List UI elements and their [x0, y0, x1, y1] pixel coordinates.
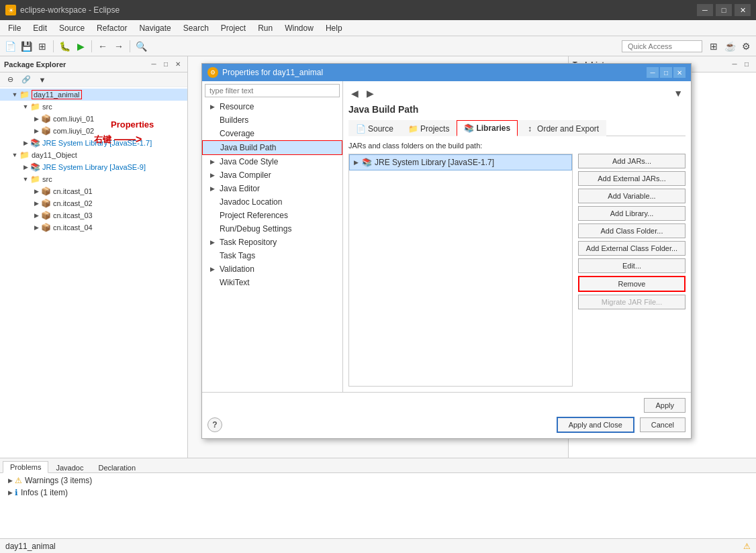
tree-item-jre1[interactable]: ▶ 📚 JRE System Library [JavaSE-1.7] — [0, 137, 187, 149]
back-button[interactable]: ← — [95, 39, 110, 54]
collapse-all[interactable]: ⊖ — [3, 72, 17, 87]
warnings-row[interactable]: ▶ ⚠ Warnings (3 items) — [3, 474, 753, 487]
dtree-builders[interactable]: Builders — [202, 113, 342, 127]
dtree-java-compiler[interactable]: ▶ Java Compiler — [202, 168, 342, 182]
dialog-maximize[interactable]: □ — [660, 67, 672, 78]
perspective-button[interactable]: ⊞ — [706, 39, 721, 54]
tab-projects[interactable]: 📁 Projects — [401, 120, 457, 136]
apply-button[interactable]: Apply — [644, 398, 686, 413]
link-editor[interactable]: 🔗 — [19, 72, 34, 87]
menu-refactor[interactable]: Refactor — [91, 22, 132, 34]
dtree-wikitext[interactable]: WikiText — [202, 276, 342, 289]
menu-edit[interactable]: Edit — [28, 22, 52, 34]
btab-declaration[interactable]: Declaration — [91, 462, 143, 473]
tab-source[interactable]: 📄 Source — [348, 120, 401, 136]
menu-source[interactable]: Source — [54, 22, 90, 34]
expand-arrow[interactable]: ▼ — [21, 176, 30, 183]
edit-button[interactable]: Edit... — [578, 258, 686, 273]
dtree-java-editor[interactable]: ▶ Java Editor — [202, 182, 342, 195]
dialog-minimize[interactable]: ─ — [647, 67, 659, 78]
panel-close[interactable]: ✕ — [173, 59, 183, 70]
expand-arrow[interactable]: ▼ — [21, 103, 30, 110]
dtree-task-repo[interactable]: ▶ Task Repository — [202, 236, 342, 249]
btab-javadoc[interactable]: Javadoc — [48, 462, 91, 473]
close-button[interactable]: ✕ — [735, 4, 751, 16]
dtree-coverage[interactable]: Coverage — [202, 127, 342, 140]
forward-button[interactable]: → — [111, 39, 126, 54]
expand-arrow[interactable]: ▶ — [32, 224, 40, 231]
expand-arrow[interactable]: ▼ — [11, 152, 19, 158]
expand-arrow[interactable]: ▼ — [11, 91, 19, 98]
menu-window[interactable]: Window — [279, 22, 319, 34]
nav-menu[interactable]: ▼ — [671, 87, 686, 100]
tab-order-export[interactable]: ↕ Order and Export — [518, 120, 606, 136]
add-jars-button[interactable]: Add JARs... — [578, 154, 686, 168]
tree-item-day11-object[interactable]: ▼ 📁 day11_Object — [0, 149, 187, 161]
expand-arrow[interactable]: ▶ — [32, 212, 40, 219]
dtree-javadoc[interactable]: Javadoc Location — [202, 195, 342, 209]
lib-item-jre[interactable]: ▶ 📚 JRE System Library [JavaSE-1.7] — [349, 154, 572, 170]
menu-run[interactable]: Run — [252, 22, 278, 34]
tree-item-cn4[interactable]: ▶ 📦 cn.itcast_04 — [0, 221, 187, 234]
task-maximize[interactable]: □ — [741, 59, 752, 70]
menu-project[interactable]: Project — [216, 22, 251, 34]
tree-item-cn2[interactable]: ▶ 📦 cn.itcast_02 — [0, 197, 187, 209]
menu-navigate[interactable]: Navigate — [134, 22, 176, 34]
nav-forward[interactable]: ▶ — [364, 87, 377, 100]
expand-arrow[interactable]: ▶ — [32, 188, 40, 195]
tree-item-pkg2[interactable]: ▶ 📦 com.liuyi_02 — [0, 125, 187, 137]
help-button[interactable]: ? — [207, 417, 222, 432]
maximize-button[interactable]: □ — [716, 4, 732, 16]
dtree-validation[interactable]: ▶ Validation — [202, 262, 342, 276]
cancel-button[interactable]: Cancel — [640, 417, 686, 432]
tree-item-day11-animal[interactable]: ▼ 📁 day11_animal — [0, 89, 187, 101]
java-perspective[interactable]: ☕ — [722, 39, 737, 54]
migrate-jar-button[interactable]: Migrate JAR File... — [578, 295, 686, 309]
add-external-jars-button[interactable]: Add External JARs... — [578, 171, 686, 186]
menu-help[interactable]: Help — [320, 22, 348, 34]
minimize-button[interactable]: ─ — [697, 4, 713, 16]
tree-item-src1[interactable]: ▼ 📁 src — [0, 101, 187, 113]
add-class-folder-button[interactable]: Add Class Folder... — [578, 223, 686, 238]
dtree-java-build-path[interactable]: Java Build Path — [202, 140, 342, 155]
add-variable-button[interactable]: Add Variable... — [578, 189, 686, 203]
expand-arrow[interactable]: ▶ — [32, 128, 40, 134]
btab-problems[interactable]: Problems — [3, 461, 48, 473]
tree-item-cn3[interactable]: ▶ 📦 cn.itcast_03 — [0, 209, 187, 221]
panel-minimize[interactable]: ─ — [148, 59, 159, 70]
expand-arrow[interactable]: ▶ — [32, 200, 40, 207]
panel-maximize[interactable]: □ — [160, 59, 171, 70]
save-all-button[interactable]: ⊞ — [35, 39, 50, 54]
expand-arrow[interactable]: ▶ — [32, 115, 40, 122]
debug-button[interactable]: 🐛 — [57, 39, 72, 54]
task-minimize[interactable]: ─ — [729, 59, 740, 70]
menu-file[interactable]: File — [3, 22, 26, 34]
dialog-close[interactable]: ✕ — [673, 67, 686, 78]
tree-item-src2[interactable]: ▼ 📁 src — [0, 173, 187, 185]
expand-arrow[interactable]: ▶ — [21, 140, 30, 146]
save-button[interactable]: 💾 — [19, 39, 34, 54]
dtree-project-refs[interactable]: Project References — [202, 209, 342, 222]
tree-item-jre9[interactable]: ▶ 📚 JRE System Library [JavaSE-9] — [0, 161, 187, 173]
menu-search[interactable]: Search — [178, 22, 214, 34]
apply-close-button[interactable]: Apply and Close — [557, 417, 634, 433]
search-button[interactable]: 🔍 — [134, 39, 148, 54]
add-external-class-folder-button[interactable]: Add External Class Folder... — [578, 241, 686, 256]
dtree-task-tags[interactable]: Task Tags — [202, 249, 342, 262]
nav-back[interactable]: ◀ — [348, 87, 361, 100]
tree-item-cn1[interactable]: ▶ 📦 cn.itcast_01 — [0, 185, 187, 197]
filter-input[interactable] — [205, 84, 340, 97]
tab-libraries[interactable]: 📚 Libraries — [457, 120, 518, 136]
view-menu[interactable]: ▼ — [35, 72, 50, 87]
dtree-code-style[interactable]: ▶ Java Code Style — [202, 155, 342, 168]
quick-access-input[interactable] — [622, 40, 702, 52]
add-library-button[interactable]: Add Library... — [578, 206, 686, 221]
dtree-run-debug[interactable]: Run/Debug Settings — [202, 222, 342, 236]
infos-row[interactable]: ▶ ℹ Infos (1 item) — [3, 487, 753, 499]
expand-arrow[interactable]: ▶ — [21, 164, 30, 170]
dtree-resource[interactable]: ▶ Resource — [202, 100, 342, 113]
run-button[interactable]: ▶ — [73, 39, 88, 54]
remove-button[interactable]: Remove — [578, 276, 686, 292]
other-perspective[interactable]: ⚙ — [739, 39, 753, 54]
new-button[interactable]: 📄 — [3, 39, 17, 54]
